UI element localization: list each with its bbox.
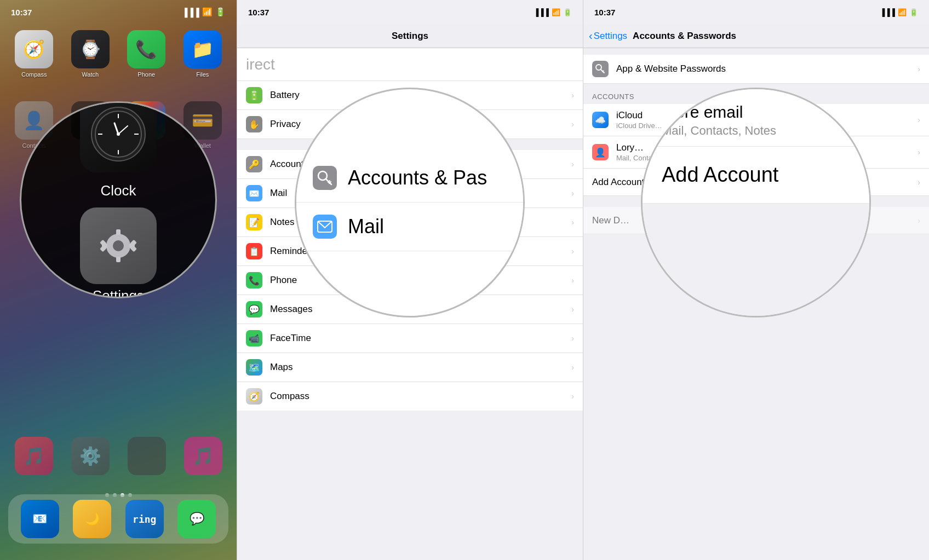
privacy-row-icon: ✋ (246, 116, 262, 132)
compass-app-icon[interactable]: 🧭 (15, 30, 53, 68)
home-magnify-circle: Clock (20, 101, 217, 298)
maps-row-icon: 🗺️ (246, 359, 262, 376)
new-row-chevron-icon: › (917, 216, 920, 225)
mail-row-icon: ✉️ (246, 185, 262, 201)
facetime-row-icon: 📹 (246, 330, 262, 347)
settings-row-maps[interactable]: 🗺️ Maps › (237, 353, 583, 382)
passwords-key-icon (595, 64, 605, 74)
wifi-icon: 📶 (202, 7, 213, 17)
dock-ring[interactable]: ring (125, 500, 164, 538)
messages-icon[interactable]: 💬 (177, 500, 216, 538)
settings-wifi-icon: 📶 (552, 8, 560, 16)
magnify-clock-label: Clock (100, 182, 136, 199)
notes-chevron-icon: › (571, 218, 574, 227)
phone-app-icon[interactable]: 📞 (127, 30, 165, 68)
passwords-chevron-icon: › (917, 65, 920, 73)
maps-row-label: Maps (270, 362, 571, 373)
accounts-status-bar: 10:37 ▐▐▐ 📶 🔋 (583, 0, 929, 24)
app-row-1: 🧭 Compass ⌚ Watch 📞 Phone 📁 Files (11, 30, 226, 78)
home-status-icons: ▐▐▐ 📶 🔋 (182, 7, 226, 17)
app-extra2[interactable]: 🎵 (180, 437, 226, 475)
settings-signal-icon: ▐▐▐ (534, 8, 549, 16)
privacy-chevron-icon: › (571, 120, 574, 129)
svg-rect-11 (116, 257, 121, 262)
mag-mail-row: Mail (296, 203, 523, 251)
accounts-panel: 10:37 ▐▐▐ 📶 🔋 ‹ Settings Accounts & Pass… (583, 0, 929, 560)
messages-chevron-icon: › (571, 305, 574, 314)
watch-app-icon[interactable]: ⌚ (71, 30, 110, 68)
accounts-row-passwords[interactable]: App & Website Passwords › (583, 55, 929, 84)
settings-panel: 10:37 ▐▐▐ 📶 🔋 Settings irect 🔋 Battery ›… (237, 0, 583, 560)
accounts-row-icon: 🔑 (246, 156, 262, 172)
app-settings-small[interactable]: ⚙️ (67, 437, 113, 475)
compass-chevron-icon: › (571, 392, 574, 401)
top-spacer (583, 48, 929, 55)
settings-magnify-circle: Accounts & Pas Mail (295, 88, 525, 317)
mag-mail-label: Mail (348, 215, 384, 238)
notes-row-icon: 📝 (246, 214, 262, 230)
accounts-nav-bar: ‹ Settings Accounts & Passwords (583, 24, 929, 48)
mag-add-account-label: Add Account (662, 163, 850, 187)
app-extra[interactable] (124, 437, 169, 475)
dock-outlook[interactable]: 📧 (21, 500, 59, 538)
app-row-bottom: 🎵 ⚙️ 🎵 (11, 437, 226, 475)
mail-icon (317, 221, 332, 233)
acc-battery-icon: 🔋 (909, 8, 918, 16)
files-app-icon[interactable]: 📁 (183, 30, 222, 68)
settings-small-icon[interactable]: ⚙️ (71, 437, 110, 475)
watch-app-label: Watch (82, 71, 99, 78)
app-music[interactable]: 🎵 (11, 437, 56, 475)
phone-app-label: Phone (137, 71, 155, 78)
reminders-chevron-icon: › (571, 247, 574, 256)
settings-time: 10:37 (248, 8, 269, 17)
icloud-icon: ☁️ (592, 112, 609, 128)
dock-messages[interactable]: 💬 (177, 500, 216, 538)
svg-rect-10 (116, 229, 121, 235)
settings-battery-icon: 🔋 (563, 8, 572, 16)
mag-mail-icon (313, 215, 337, 239)
settings-row-compass[interactable]: 🧭 Compass › (237, 382, 583, 411)
settings-row-facetime[interactable]: 📹 FaceTime › (237, 324, 583, 353)
settings-nav-bar: Settings (237, 24, 583, 48)
settings-status-icons: ▐▐▐ 📶 🔋 (534, 8, 572, 16)
settings-truncated-row: irect (237, 48, 583, 81)
mag-mail-contacts-notes: Mail, Contacts, Notes (662, 124, 850, 138)
home-time: 10:37 (11, 8, 32, 17)
accounts-magnify-circle: More email Mail, Contacts, Notes Add Acc… (641, 88, 871, 317)
gear-svg (94, 221, 143, 270)
home-status-bar: 10:37 ▐▐▐ 📶 🔋 (0, 0, 237, 24)
back-label: Settings (594, 31, 627, 42)
acc-wifi-icon: 📶 (898, 8, 907, 16)
app-files[interactable]: 📁 Files (180, 30, 226, 78)
passwords-row-title: App & Website Passwords (616, 63, 917, 74)
back-button[interactable]: ‹ Settings (589, 30, 627, 42)
extra2-app-icon[interactable]: 🎵 (184, 437, 222, 475)
settings-status-bar: 10:37 ▐▐▐ 📶 🔋 (237, 0, 583, 24)
phone-chevron-icon: › (571, 276, 574, 285)
extra-app-icon[interactable] (128, 437, 166, 475)
app-compass[interactable]: 🧭 Compass (11, 30, 58, 78)
battery-icon: 🔋 (215, 7, 226, 17)
key-icon (317, 170, 332, 186)
accounts-chevron-icon: › (571, 160, 574, 169)
settings-nav-title: Settings (392, 31, 428, 42)
maps-chevron-icon: › (571, 363, 574, 372)
icloud-chevron-icon: › (917, 116, 920, 124)
dock-moon[interactable]: 🌙 (73, 500, 111, 538)
signal-icon: ▐▐▐ (182, 8, 199, 17)
outlook-icon[interactable]: 📧 (21, 500, 59, 538)
app-phone[interactable]: 📞 Phone (123, 30, 170, 78)
files-app-label: Files (196, 71, 209, 78)
mag-accounts-icon (313, 166, 337, 190)
ring-icon[interactable]: ring (125, 500, 164, 538)
moon-icon[interactable]: 🌙 (73, 500, 111, 538)
mail-chevron-icon: › (571, 189, 574, 198)
magnify-settings-icon (80, 207, 157, 284)
dock: 📧 🌙 ring 💬 (8, 494, 228, 544)
lory-chevron-icon: › (917, 148, 920, 157)
mag-accounts-label: Accounts & Pas (348, 166, 487, 189)
mag-add-account-section: Add Account (643, 147, 869, 204)
music-app-icon[interactable]: 🎵 (15, 437, 53, 475)
app-watch[interactable]: ⌚ Watch (67, 30, 114, 78)
battery-row-icon: 🔋 (246, 87, 262, 103)
